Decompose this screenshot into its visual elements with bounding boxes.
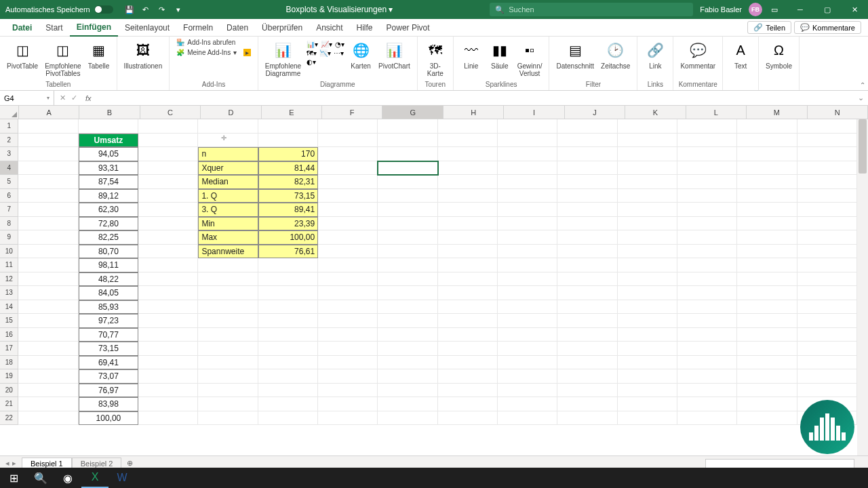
- cell-I9[interactable]: [498, 230, 557, 245]
- cell-A12[interactable]: [18, 272, 78, 287]
- cell-G22[interactable]: [378, 411, 437, 426]
- cell-A14[interactable]: [18, 300, 78, 314]
- cell-H8[interactable]: [438, 217, 498, 231]
- tab-start[interactable]: Start: [39, 19, 69, 37]
- cell-I12[interactable]: [498, 272, 557, 287]
- row-header-11[interactable]: 11: [0, 258, 18, 272]
- cell-F3[interactable]: [318, 147, 378, 161]
- cell-E12[interactable]: [258, 272, 318, 287]
- cell-K13[interactable]: [618, 286, 677, 300]
- cell-H20[interactable]: [438, 384, 498, 398]
- cell-N8[interactable]: [797, 217, 857, 231]
- cell-B5[interactable]: 87,54: [79, 175, 138, 189]
- cell-B15[interactable]: 97,23: [79, 314, 138, 328]
- cell-E13[interactable]: [258, 286, 318, 300]
- col-header-D[interactable]: D: [201, 106, 261, 119]
- cell-F6[interactable]: [318, 189, 378, 203]
- cell-F13[interactable]: [318, 286, 378, 300]
- recommended-charts-button[interactable]: 📊Empfohlene Diagramme: [262, 38, 304, 79]
- cell-E16[interactable]: [258, 328, 318, 342]
- col-header-C[interactable]: C: [140, 106, 201, 119]
- cell-J9[interactable]: [557, 230, 617, 245]
- table-button[interactable]: ▦Tabelle: [85, 38, 113, 71]
- cell-J13[interactable]: [557, 286, 617, 300]
- cell-E22[interactable]: [258, 411, 318, 426]
- ribbon-mode-icon[interactable]: ▭: [769, 4, 780, 15]
- cell-K7[interactable]: [618, 203, 677, 217]
- cell-N7[interactable]: [797, 203, 857, 217]
- cell-A15[interactable]: [18, 314, 78, 328]
- cell-D13[interactable]: [198, 286, 258, 300]
- cell-E18[interactable]: [258, 356, 318, 370]
- cell-F20[interactable]: [318, 384, 378, 398]
- cell-G18[interactable]: [378, 356, 437, 370]
- cell-N6[interactable]: [797, 189, 857, 203]
- cell-L3[interactable]: [677, 147, 737, 161]
- cell-N10[interactable]: [797, 245, 857, 259]
- share-button[interactable]: 🔗 Teilen: [747, 21, 791, 34]
- cell-E10[interactable]: 76,61: [258, 245, 318, 259]
- cell-D12[interactable]: [198, 272, 258, 287]
- chart-scatter-icon[interactable]: ⋯▾: [334, 49, 344, 57]
- row-header-19[interactable]: 19: [0, 369, 18, 384]
- close-button[interactable]: ✕: [841, 0, 868, 19]
- word-taskbar-icon[interactable]: W: [108, 468, 136, 488]
- cell-C4[interactable]: [138, 161, 198, 176]
- cell-A13[interactable]: [18, 286, 78, 300]
- cell-E20[interactable]: [258, 384, 318, 398]
- row-header-18[interactable]: 18: [0, 356, 18, 370]
- illustrations-button[interactable]: 🖼Illustrationen: [121, 38, 165, 71]
- cell-H16[interactable]: [438, 328, 498, 342]
- cell-M18[interactable]: [737, 356, 797, 370]
- row-header-12[interactable]: 12: [0, 272, 18, 287]
- cell-L20[interactable]: [677, 384, 737, 398]
- cell-C7[interactable]: [138, 203, 198, 217]
- col-header-N[interactable]: N: [808, 106, 868, 119]
- sheet-nav-prev[interactable]: ◂: [5, 459, 9, 468]
- cell-K22[interactable]: [618, 411, 677, 426]
- cell-D19[interactable]: [198, 369, 258, 384]
- excel-taskbar-icon[interactable]: X: [81, 468, 108, 488]
- cell-A2[interactable]: [18, 134, 78, 148]
- cell-M3[interactable]: [737, 147, 797, 161]
- maps-button[interactable]: 🌐Karten: [347, 38, 374, 71]
- cell-D11[interactable]: [198, 258, 258, 272]
- cell-K21[interactable]: [618, 397, 677, 411]
- cell-G6[interactable]: [378, 189, 437, 203]
- row-header-5[interactable]: 5: [0, 175, 18, 189]
- cell-J8[interactable]: [557, 217, 617, 231]
- cell-A22[interactable]: [18, 411, 78, 426]
- chart-stat-icon[interactable]: 📉▾: [319, 49, 331, 57]
- cell-A10[interactable]: [18, 245, 78, 259]
- cell-B22[interactable]: 100,00: [79, 411, 138, 426]
- cell-E21[interactable]: [258, 397, 318, 411]
- cell-D7[interactable]: 3. Q: [198, 203, 258, 217]
- cell-M19[interactable]: [737, 369, 797, 384]
- cell-H12[interactable]: [438, 272, 498, 287]
- name-box[interactable]: G4: [0, 91, 54, 105]
- cell-I4[interactable]: [498, 161, 557, 176]
- cell-A9[interactable]: [18, 230, 78, 245]
- cell-A4[interactable]: [18, 161, 78, 176]
- cell-D20[interactable]: [198, 384, 258, 398]
- chart-pie-icon[interactable]: ◔▾: [335, 41, 344, 48]
- cell-G17[interactable]: [378, 342, 437, 356]
- cell-A1[interactable]: [18, 119, 78, 134]
- cell-F5[interactable]: [318, 175, 378, 189]
- cell-J7[interactable]: [557, 203, 617, 217]
- cell-H4[interactable]: [438, 161, 498, 176]
- cell-C16[interactable]: [138, 328, 198, 342]
- cell-J14[interactable]: [557, 300, 617, 314]
- cell-I14[interactable]: [498, 300, 557, 314]
- cell-E19[interactable]: [258, 369, 318, 384]
- cell-F10[interactable]: [318, 245, 378, 259]
- cell-A16[interactable]: [18, 328, 78, 342]
- cell-N20[interactable]: [797, 384, 857, 398]
- cell-G11[interactable]: [378, 258, 437, 272]
- cell-D5[interactable]: Median: [198, 175, 258, 189]
- cell-J15[interactable]: [557, 314, 617, 328]
- cell-H17[interactable]: [438, 342, 498, 356]
- row-header-6[interactable]: 6: [0, 189, 18, 203]
- row-header-14[interactable]: 14: [0, 300, 18, 314]
- cell-K16[interactable]: [618, 328, 677, 342]
